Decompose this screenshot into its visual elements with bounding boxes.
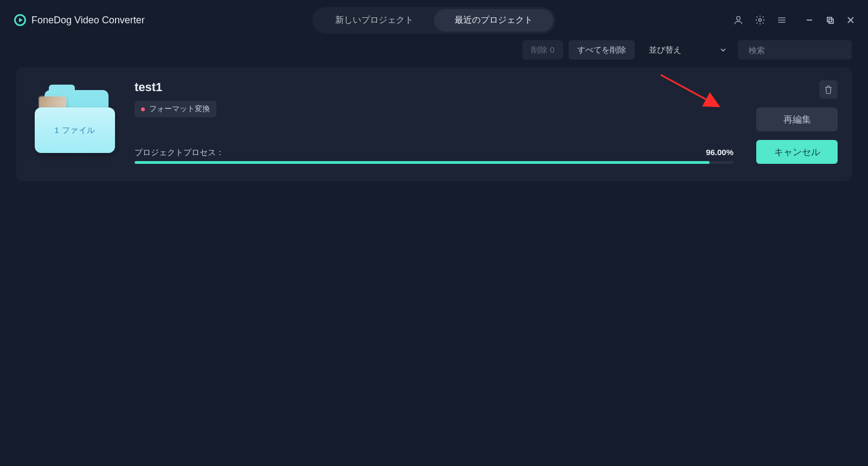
svg-point-1 xyxy=(759,19,762,22)
account-icon[interactable] xyxy=(731,13,745,27)
progress-bar xyxy=(135,161,733,164)
project-tabs: 新しいプロジェクト 最近のプロジェクト xyxy=(312,7,556,34)
file-count-label: 1 ファイル xyxy=(35,107,115,153)
project-thumbnail: 1 ファイル xyxy=(33,85,119,155)
tab-recent-projects[interactable]: 最近のプロジェクト xyxy=(434,9,553,31)
progress-label: プロジェクトプロセス： xyxy=(135,148,224,158)
project-title: test1 xyxy=(135,80,733,94)
re-edit-button[interactable]: 再編集 xyxy=(756,107,838,131)
badge-label: フォーマット変換 xyxy=(149,104,210,114)
titlebar-actions xyxy=(731,12,858,28)
tab-new-project[interactable]: 新しいプロジェクト xyxy=(315,9,434,31)
window-controls xyxy=(802,12,858,28)
close-button[interactable] xyxy=(843,12,858,28)
minimize-button[interactable] xyxy=(802,12,817,28)
format-convert-badge: フォーマット変換 xyxy=(135,101,216,117)
play-icon xyxy=(14,14,26,26)
app-logo: FoneDog Video Converter xyxy=(14,14,145,26)
maximize-button[interactable] xyxy=(822,12,838,28)
cancel-button[interactable]: キャンセル xyxy=(756,140,838,164)
gear-icon[interactable] xyxy=(753,13,767,27)
chevron-down-icon xyxy=(719,46,727,54)
svg-rect-6 xyxy=(827,17,832,22)
delete-all-button[interactable]: すべてを削除 xyxy=(569,40,635,60)
progress-percent: 96.00% xyxy=(706,148,733,158)
project-list: 1 ファイル test1 フォーマット変換 プロジェクトプロセス： 96.00% xyxy=(4,67,864,462)
project-card: 1 ファイル test1 フォーマット変換 プロジェクトプロセス： 96.00% xyxy=(16,67,852,181)
menu-icon[interactable] xyxy=(775,13,789,27)
delete-button[interactable]: 削除 0 xyxy=(522,40,563,60)
list-toolbar: 削除 0 すべてを削除 並び替え xyxy=(4,36,864,67)
progress: プロジェクトプロセス： 96.00% xyxy=(135,148,733,164)
sort-select[interactable]: 並び替え xyxy=(640,40,732,60)
delete-project-button[interactable] xyxy=(819,80,838,99)
svg-point-0 xyxy=(737,16,741,20)
svg-rect-7 xyxy=(829,19,833,23)
search-input[interactable] xyxy=(749,46,852,55)
app-title: FoneDog Video Converter xyxy=(31,15,145,26)
titlebar: FoneDog Video Converter 新しいプロジェクト 最近のプロジ… xyxy=(4,4,864,36)
project-actions: 再編集 キャンセル xyxy=(753,80,838,164)
sort-label: 並び替え xyxy=(649,45,681,55)
search-box[interactable] xyxy=(738,40,852,60)
trash-icon xyxy=(824,85,833,94)
status-dot-icon xyxy=(141,107,145,111)
project-info: test1 フォーマット変換 プロジェクトプロセス： 96.00% xyxy=(135,80,733,164)
